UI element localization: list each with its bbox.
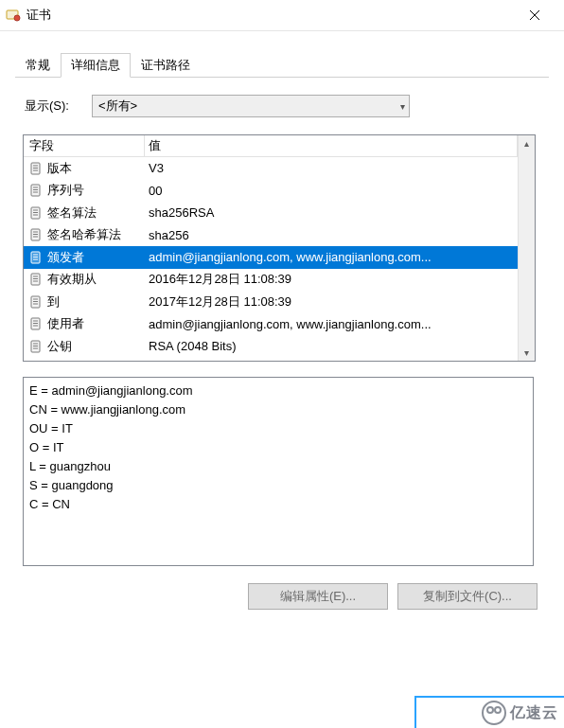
tab-bar: 常规 详细信息 证书路径 xyxy=(15,52,549,78)
field-value: V3 xyxy=(145,161,518,175)
edit-properties-button[interactable]: 编辑属性(E)... xyxy=(248,583,388,610)
details-panel: 显示(S): <所有> ▾ 字段 值 版本V3序列号00签名算法sha256RS… xyxy=(15,78,549,623)
field-row[interactable]: 序列号00 xyxy=(24,180,518,203)
window-title: 证书 xyxy=(26,7,513,24)
show-filter-row: 显示(S): <所有> ▾ xyxy=(23,95,541,117)
certificate-icon xyxy=(6,8,21,23)
field-value: sha256 xyxy=(145,228,518,242)
document-icon xyxy=(29,162,43,175)
document-icon xyxy=(29,228,43,241)
close-icon xyxy=(530,10,539,20)
field-row[interactable]: 签名算法sha256RSA xyxy=(24,202,518,224)
column-header-field[interactable]: 字段 xyxy=(24,135,145,156)
copy-to-file-button[interactable]: 复制到文件(C)... xyxy=(397,583,538,610)
document-icon xyxy=(29,340,43,353)
field-row[interactable]: 签名哈希算法sha256 xyxy=(24,224,518,247)
vertical-scrollbar[interactable]: ▴ ▾ xyxy=(518,135,535,361)
field-row[interactable]: 版本V3 xyxy=(24,157,518,180)
field-row[interactable]: 公钥RSA (2048 Bits) xyxy=(24,335,518,358)
tab-cert-path[interactable]: 证书路径 xyxy=(131,53,201,78)
fields-list-header: 字段 值 xyxy=(24,135,518,157)
document-icon xyxy=(29,184,43,197)
fields-list: 字段 值 版本V3序列号00签名算法sha256RSA签名哈希算法sha256颁… xyxy=(23,134,536,362)
show-label: 显示(S): xyxy=(25,98,69,115)
field-name: 到 xyxy=(47,293,60,311)
field-value: sha256RSA xyxy=(145,205,518,220)
watermark: 亿速云 xyxy=(414,696,564,728)
field-name: 序列号 xyxy=(47,182,84,199)
field-name: 颁发者 xyxy=(47,249,84,266)
show-filter-value: <所有> xyxy=(98,98,137,115)
field-value: admin@jiangjianlong.com, www.jiangjianlo… xyxy=(145,250,518,264)
document-icon xyxy=(29,273,43,286)
field-row[interactable]: 使用者admin@jiangjianlong.com, www.jiangjia… xyxy=(24,313,518,336)
field-row[interactable]: 到2017年12月28日 11:08:39 xyxy=(24,291,518,313)
column-header-value[interactable]: 值 xyxy=(145,135,518,156)
field-value: 00 xyxy=(145,184,518,198)
field-value: 2017年12月28日 11:08:39 xyxy=(145,293,518,311)
close-button[interactable] xyxy=(513,1,556,29)
field-name: 签名哈希算法 xyxy=(47,226,121,243)
show-filter-combo[interactable]: <所有> ▾ xyxy=(92,95,410,117)
document-icon xyxy=(29,251,43,264)
field-name: 使用者 xyxy=(47,315,84,332)
button-row: 编辑属性(E)... 复制到文件(C)... xyxy=(23,583,541,610)
tab-general[interactable]: 常规 xyxy=(15,53,61,78)
scroll-up-button[interactable]: ▴ xyxy=(519,135,535,151)
field-value: RSA (2048 Bits) xyxy=(145,339,518,353)
field-name: 版本 xyxy=(47,160,72,177)
svg-point-1 xyxy=(14,15,20,21)
field-name: 公钥 xyxy=(47,338,72,355)
field-value: 2016年12月28日 11:08:39 xyxy=(145,271,518,288)
title-bar: 证书 xyxy=(0,0,564,31)
document-icon xyxy=(29,206,43,220)
tab-details[interactable]: 详细信息 xyxy=(61,53,131,78)
field-detail-text[interactable]: E = admin@jiangjianlong.com CN = www.jia… xyxy=(23,377,534,566)
chevron-down-icon: ▾ xyxy=(400,101,405,112)
field-row[interactable]: 颁发者admin@jiangjianlong.com, www.jiangjia… xyxy=(24,246,518,269)
field-value: admin@jiangjianlong.com, www.jiangjianlo… xyxy=(145,317,518,331)
scroll-down-button[interactable]: ▾ xyxy=(519,345,535,361)
watermark-text: 亿速云 xyxy=(510,703,558,723)
document-icon xyxy=(29,317,43,330)
watermark-icon xyxy=(482,701,506,725)
field-name: 有效期从 xyxy=(47,271,97,288)
field-row[interactable]: 有效期从2016年12月28日 11:08:39 xyxy=(24,269,518,292)
document-icon xyxy=(29,295,43,309)
field-name: 签名算法 xyxy=(47,204,97,222)
